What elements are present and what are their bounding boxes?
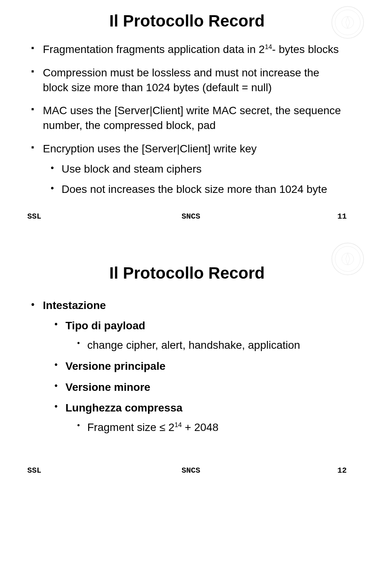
sub-bullet-item: Does not increases the block size more t… [51, 182, 347, 197]
bullet-text: Intestazione [43, 299, 106, 311]
bullet-text: Lunghezza compressa [65, 402, 182, 414]
sub-sub-bullet-list: change cipher, alert, handshake, applica… [77, 338, 347, 353]
slide-title: Il Protocollo Record [27, 12, 347, 30]
footer-left: SSL [27, 466, 58, 475]
sub-sub-bullet-item: Fragment size ≤ 214 + 2048 [77, 420, 347, 435]
svg-point-2 [342, 16, 354, 28]
footer-left: SSL [27, 212, 58, 221]
slide-footer: SSL SNCS 11 [27, 212, 347, 221]
sub-bullet-list: Use block and steam ciphers Does not inc… [51, 162, 347, 197]
svg-point-5 [342, 253, 354, 265]
bullet-text: Fragment size ≤ 2 [87, 421, 175, 433]
slide-title: Il Protocollo Record [27, 264, 347, 283]
bullet-text: Tipo di payload [65, 320, 145, 332]
footer-center: SNCS [58, 212, 323, 221]
bullet-text: Versione minore [65, 381, 150, 393]
sub-bullet-item: Lunghezza compressa Fragment size ≤ 214 … [55, 401, 347, 435]
svg-point-4 [335, 247, 360, 272]
superscript: 14 [175, 421, 182, 429]
seal-logo [331, 6, 364, 39]
footer-center: SNCS [58, 466, 323, 475]
bullet-list: Intestazione Tipo di payload change ciph… [31, 298, 347, 435]
seal-logo [331, 242, 364, 275]
sub-bullet-list: Tipo di payload change cipher, alert, ha… [55, 318, 347, 435]
sub-bullet-item: Use block and steam ciphers [51, 162, 347, 177]
sub-bullet-item: Versione minore [55, 380, 347, 395]
bullet-text: Fragmentation fragments application data… [43, 43, 265, 55]
bullet-text: + 2048 [182, 421, 219, 433]
slide-footer: SSL SNCS 12 [27, 466, 347, 475]
bullet-item: Fragmentation fragments application data… [31, 42, 347, 57]
footer-right: 11 [323, 212, 347, 221]
sub-bullet-item: Tipo di payload change cipher, alert, ha… [55, 318, 347, 353]
bullet-text: Use block and steam ciphers [62, 163, 202, 175]
bullet-list: Fragmentation fragments application data… [31, 42, 347, 196]
bullet-text: - bytes blocks [272, 43, 339, 55]
footer-right: 12 [323, 466, 347, 475]
bullet-text: MAC uses the [Server|Client] write MAC s… [43, 104, 341, 131]
svg-point-3 [332, 243, 364, 275]
svg-point-1 [335, 10, 360, 35]
bullet-text: Does not increases the block size more t… [62, 183, 327, 195]
bullet-text: Encryption uses the [Server|Client] writ… [43, 143, 257, 155]
bullet-item: Encryption uses the [Server|Client] writ… [31, 141, 347, 196]
bullet-item: Compression must be lossless and must no… [31, 65, 347, 95]
slide-1: Il Protocollo Record Fragmentation fragm… [0, 0, 374, 237]
bullet-text: change cipher, alert, handshake, applica… [87, 339, 300, 351]
bullet-text: Compression must be lossless and must no… [43, 67, 319, 94]
bullet-text: Versione principale [65, 360, 166, 372]
superscript: 14 [265, 43, 272, 51]
bullet-item: Intestazione Tipo di payload change ciph… [31, 298, 347, 435]
svg-point-0 [332, 7, 364, 39]
sub-sub-bullet-item: change cipher, alert, handshake, applica… [77, 338, 347, 353]
sub-bullet-item: Versione principale [55, 359, 347, 374]
slide-2: Il Protocollo Record Intestazione Tipo d… [0, 237, 374, 491]
sub-sub-bullet-list: Fragment size ≤ 214 + 2048 [77, 420, 347, 435]
bullet-item: MAC uses the [Server|Client] write MAC s… [31, 103, 347, 133]
